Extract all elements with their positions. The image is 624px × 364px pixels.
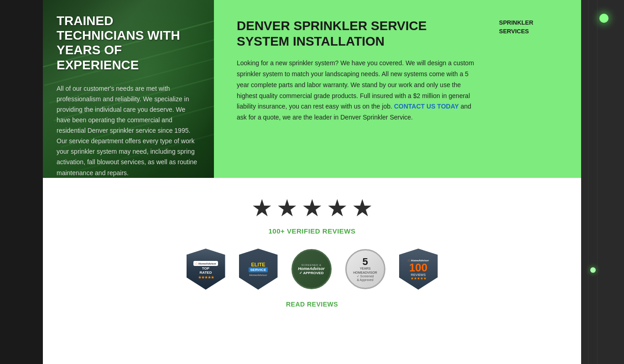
ha-icon: ⌂ <box>195 261 198 265</box>
read-reviews-link[interactable]: READ REVIEWS <box>286 301 338 308</box>
star-1: ★ <box>251 196 273 220</box>
info-title: DENVER SPRINKLER SERVICE SYSTEM INSTALLA… <box>237 18 481 49</box>
hero-panel: TRAINED TECHNICIANS WITH YEARS OF EXPERI… <box>43 0 214 178</box>
left-decorative-panel <box>0 0 43 364</box>
badge-screened-approved: SCREENED & HomeAdvisor ✓ APPROVED <box>291 249 332 289</box>
ha-text: HomeAdvisor <box>198 262 216 265</box>
reviews-number: 100 <box>409 262 427 273</box>
star-2: ★ <box>276 196 298 220</box>
ha-center-badge: HomeAdvisor <box>298 266 325 271</box>
ha-bottom-elite: HomeAdvisor <box>249 274 267 276</box>
reviews-stars: ★★★★★ <box>411 276 426 281</box>
stars-row: ★ ★ ★ ★ ★ <box>251 196 373 220</box>
top-rated-shield: ⌂ HomeAdvisor TOPRATED ★★★★★ <box>187 249 225 290</box>
elite-text: ELITE <box>251 262 265 267</box>
shield-100: ⌂ HomeAdvisor 100 REVIEWS ★★★★★ <box>399 249 438 290</box>
vert-line-2 <box>597 0 598 364</box>
approved-text: ✓ APPROVED <box>299 271 324 275</box>
years-number: 5 <box>362 257 368 267</box>
main-content: TRAINED TECHNICIANS WITH YEARS OF EXPERI… <box>43 0 581 364</box>
sidebar-label: SPRINKLER SERVICES <box>499 19 533 35</box>
info-main: DENVER SPRINKLER SERVICE SYSTEM INSTALLA… <box>237 18 481 123</box>
star-3: ★ <box>302 196 323 220</box>
badge-elite-service: ELITE SERVICE HomeAdvisor <box>239 249 278 290</box>
service-text: SERVICE <box>249 267 268 272</box>
top-rated-stars: ★★★★★ <box>198 275 214 280</box>
hero-body: All of our customer's needs are met with… <box>57 83 200 178</box>
reviews-label-sm: REVIEWS <box>411 273 426 276</box>
ha-logo-top-rated: ⌂ HomeAdvisor <box>193 261 218 266</box>
info-sidebar: SPRINKLER SERVICES <box>499 18 558 36</box>
elite-shield: ELITE SERVICE HomeAdvisor <box>239 249 278 290</box>
reviews-section: ★ ★ ★ ★ ★ 100+ VERIFIED REVIEWS ⌂ HomeAd… <box>43 178 581 364</box>
years-text: YearsHomeAdvisor <box>353 267 377 275</box>
star-4: ★ <box>327 196 348 220</box>
star-5: ★ <box>352 196 373 220</box>
right-decorative-panel <box>581 0 624 364</box>
screened-approved-small: ✓ Screened& Approved <box>357 275 374 281</box>
info-description: Looking for a new sprinkler system? We h… <box>237 58 481 123</box>
hero-heading: TRAINED TECHNICIANS WITH YEARS OF EXPERI… <box>57 14 200 73</box>
hero-content: TRAINED TECHNICIANS WITH YEARS OF EXPERI… <box>57 14 200 178</box>
contact-link[interactable]: CONTACT US TODAY <box>394 103 459 110</box>
badge-5-years: 5 YearsHomeAdvisor ✓ Screened& Approved <box>345 249 385 289</box>
verified-reviews-label: 100+ VERIFIED REVIEWS <box>269 227 356 235</box>
badge-top-rated: ⌂ HomeAdvisor TOPRATED ★★★★★ <box>187 249 225 290</box>
top-section: TRAINED TECHNICIANS WITH YEARS OF EXPERI… <box>43 0 581 178</box>
info-panel: DENVER SPRINKLER SERVICE SYSTEM INSTALLA… <box>214 0 581 178</box>
vert-line-1 <box>588 0 588 364</box>
top-rated-text: TOPRATED <box>200 267 212 275</box>
badges-row: ⌂ HomeAdvisor TOPRATED ★★★★★ ELITE SERVI… <box>187 249 438 290</box>
badge-100-reviews: ⌂ HomeAdvisor 100 REVIEWS ★★★★★ <box>399 249 438 290</box>
